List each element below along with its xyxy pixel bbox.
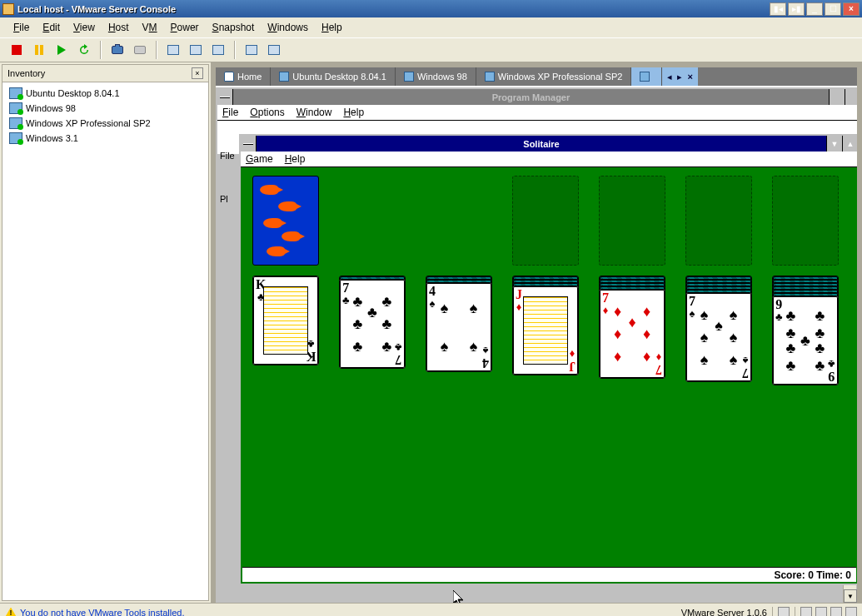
foundation-1[interactable]: [512, 176, 579, 266]
vm-icon: [9, 117, 22, 129]
menu-vm[interactable]: VM: [137, 20, 162, 35]
pm-menu-window[interactable]: Window: [296, 107, 332, 118]
tab-2[interactable]: Windows 98: [396, 67, 476, 86]
sol-menu-help[interactable]: Help: [285, 153, 306, 165]
pm-titlebar[interactable]: Program Manager ▼ ▲: [217, 89, 857, 105]
cursor-icon: [453, 590, 465, 603]
menu-file[interactable]: File: [8, 20, 34, 35]
pm-peek-2: Pl: [220, 194, 228, 204]
tab-icon: [485, 72, 495, 82]
menu-windows[interactable]: Windows: [262, 20, 313, 35]
tab-label: Home: [237, 72, 262, 82]
inventory-item-label: Windows 98: [26, 103, 76, 113]
tab-close-button[interactable]: ×: [685, 72, 694, 82]
content-area: HomeUbuntu Desktop 8.04.1Windows 98Windo…: [211, 62, 862, 603]
tab-3[interactable]: Windows XP Professional SP2: [476, 67, 632, 86]
reset-button[interactable]: [74, 40, 94, 60]
tab-1[interactable]: Ubuntu Desktop 8.04.1: [271, 67, 396, 86]
card-9-club[interactable]: 9♣9♣♣♣♣♣♣♣♣♣♣: [772, 296, 839, 385]
time-value: 0: [845, 569, 851, 581]
play-button[interactable]: [52, 40, 72, 60]
tab-0[interactable]: Home: [216, 67, 271, 86]
app-titlebar: Local host - VMware Server Console ▮◂ ▸▮…: [0, 0, 862, 17]
sol-titlebar[interactable]: Solitaire ▼ ▲: [241, 136, 857, 152]
sol-statusbar: Score: 0 Time: 0: [242, 567, 856, 582]
inventory-item-1[interactable]: Windows 98: [6, 101, 205, 116]
menu-snapshot[interactable]: Snapshot: [207, 20, 260, 35]
maximize-button[interactable]: ☐: [825, 2, 841, 16]
product-label: VMware Server 1.0.6: [681, 608, 767, 617]
foundation-2[interactable]: [599, 176, 665, 266]
tabs: HomeUbuntu Desktop 8.04.1Windows 98Windo…: [216, 67, 857, 86]
menu-view[interactable]: View: [68, 20, 100, 35]
tray-icon-2[interactable]: [800, 607, 812, 617]
menu-help[interactable]: Help: [316, 20, 347, 35]
menu-host[interactable]: Host: [103, 20, 134, 35]
pm-sysmenu-button[interactable]: [217, 89, 233, 105]
tray-icon-3[interactable]: [815, 607, 827, 617]
sol-menu-game[interactable]: Game: [246, 153, 273, 165]
sidebar: Inventory × Ubuntu Desktop 8.04.1Windows…: [2, 64, 209, 601]
pause-button[interactable]: [29, 40, 49, 60]
menubar: File Edit View Host VM Power Snapshot Wi…: [0, 17, 862, 37]
revert-button[interactable]: [130, 40, 150, 60]
tab-label: Windows 98: [417, 72, 467, 82]
close-button[interactable]: ×: [843, 2, 860, 16]
pm-menu-help[interactable]: Help: [343, 107, 364, 118]
statusbar: ! You do not have VMware Tools installed…: [0, 603, 862, 616]
tray-icon-4[interactable]: [830, 607, 842, 617]
view5-button[interactable]: [264, 40, 284, 60]
status-warning[interactable]: You do not have VMware Tools installed.: [20, 608, 185, 617]
shrink-left-button[interactable]: ▮◂: [770, 2, 786, 16]
card-7-diamond[interactable]: 7♦7♦♦♦♦♦♦♦♦: [599, 289, 665, 379]
card-K-club[interactable]: K♣K♣: [252, 276, 319, 365]
pm-min-button[interactable]: ▼: [829, 89, 845, 105]
tab-prev-button[interactable]: ◂: [665, 72, 674, 82]
tab-next-button[interactable]: ▸: [675, 72, 684, 82]
view3-button[interactable]: [208, 40, 228, 60]
card-7-club[interactable]: 7♣7♣♣♣♣♣♣♣♣: [339, 279, 406, 369]
pm-menu-options[interactable]: Options: [250, 107, 284, 118]
inventory-item-0[interactable]: Ubuntu Desktop 8.04.1: [6, 86, 205, 101]
inventory-item-3[interactable]: Windows 3.1: [6, 131, 205, 146]
score-label: Score:: [774, 569, 805, 581]
tray: [772, 607, 790, 617]
sol-min-button[interactable]: ▼: [826, 136, 842, 152]
shrink-right-button[interactable]: ▸▮: [788, 2, 805, 16]
solitaire-window[interactable]: Solitaire ▼ ▲ Game Help: [239, 134, 857, 585]
app-title: Local host - VMware Server Console: [17, 4, 766, 14]
sol-playfield[interactable]: Score: 0 Time: 0 K♣K♣7♣7♣♣♣♣♣♣♣♣4♠4♠♠♠♠♠…: [241, 167, 857, 584]
menu-edit[interactable]: Edit: [37, 20, 65, 35]
minimize-button[interactable]: _: [806, 2, 823, 16]
inventory-item-2[interactable]: Windows XP Professional SP2: [6, 116, 205, 131]
sol-menubar: Game Help: [241, 152, 857, 167]
pm-max-button[interactable]: ▲: [845, 89, 857, 105]
card-J-diamond[interactable]: J♦J♦: [512, 286, 579, 375]
tray-icon-5[interactable]: [845, 607, 857, 617]
pm-menubar: File Options Window Help: [217, 105, 857, 121]
vm-icon: [9, 132, 22, 144]
view4-button[interactable]: [242, 40, 262, 60]
stop-button[interactable]: [7, 40, 27, 60]
card-4-spade[interactable]: 4♠4♠♠♠♠♠: [426, 282, 492, 372]
tab-4[interactable]: [631, 67, 662, 86]
inventory-list: Ubuntu Desktop 8.04.1Windows 98Windows X…: [2, 82, 208, 149]
card-7-spade[interactable]: 7♠7♠♠♠♠♠♠♠♠: [685, 292, 752, 382]
scroll-down-button[interactable]: ▼: [844, 589, 857, 603]
tray-icon-1[interactable]: [778, 607, 790, 617]
tab-icon: [404, 72, 414, 82]
view1-button[interactable]: [163, 40, 183, 60]
deck[interactable]: [252, 176, 319, 266]
sidebar-close-button[interactable]: ×: [192, 67, 203, 79]
app-icon: [2, 3, 14, 15]
foundation-4[interactable]: [772, 176, 839, 266]
guest-display[interactable]: ▲ ▼ Program Manager ▼ ▲ File Options: [216, 86, 857, 603]
sol-max-button[interactable]: ▲: [842, 136, 857, 152]
view2-button[interactable]: [186, 40, 206, 60]
pm-menu-file[interactable]: File: [222, 107, 238, 118]
foundation-3[interactable]: [685, 176, 752, 266]
snapshot-button[interactable]: [107, 40, 127, 60]
sol-sysmenu-button[interactable]: [241, 136, 257, 152]
tab-icon: [279, 72, 289, 82]
menu-power[interactable]: Power: [166, 20, 204, 35]
